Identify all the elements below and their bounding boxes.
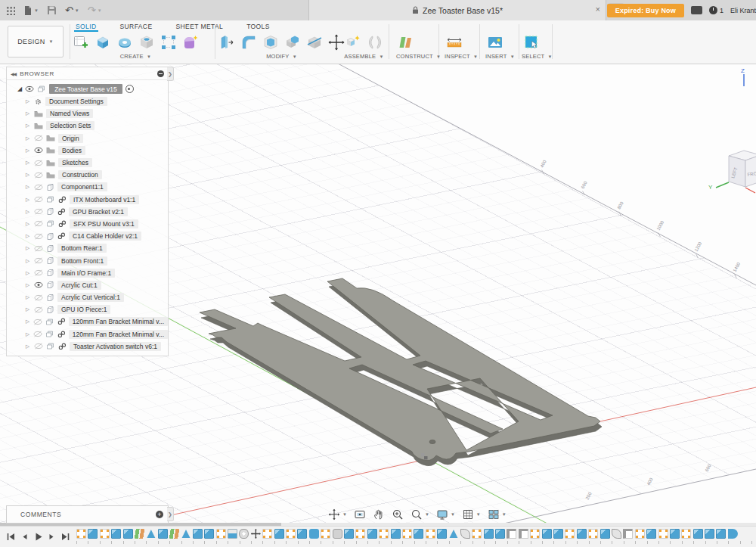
browser-item-acrylic-cut-vertical-1[interactable]: ▷Acrylic Cut Vertical:1 — [7, 291, 168, 303]
timeline-feature-extrude[interactable] — [414, 529, 423, 539]
timeline-feature-plane[interactable] — [169, 529, 179, 539]
collapse-panel-icon[interactable]: ◀◀ — [11, 71, 16, 76]
browser-item-120mm-fan-bracket-minimal-v[interactable]: ▷120mm Fan Bracket Minimal v... — [7, 328, 168, 340]
browser-item-label[interactable]: Selection Sets — [46, 121, 94, 130]
timeline-feature-extrude[interactable] — [123, 529, 133, 539]
user-account-button[interactable]: Eli Krantz — [730, 7, 756, 14]
group-label-select[interactable]: SELECT ▼ — [522, 53, 553, 60]
timeline-feature-loft[interactable] — [146, 529, 156, 539]
browser-item-120mm-fan-bracket-minimal-v[interactable]: ▷120mm Fan Bracket Minimal v... — [7, 315, 168, 328]
browser-item-label[interactable]: Main I/O Frame:1 — [57, 269, 115, 278]
timeline-skip-end-button[interactable] — [60, 531, 70, 545]
timeline-feature-extrude[interactable] — [716, 529, 726, 539]
browser-panel-handle[interactable]: ❯ — [167, 67, 174, 81]
browser-item-label[interactable]: Construction — [58, 170, 102, 179]
browser-options-icon[interactable] — [157, 70, 164, 77]
timeline-feature-sketch[interactable] — [472, 529, 482, 539]
timeline-feature-loft[interactable] — [449, 529, 459, 539]
browser-item-label[interactable]: GPU Bracket v2:1 — [69, 207, 128, 216]
browser-item-bottom-rear-1[interactable]: ▷Bottom Rear:1 — [7, 242, 168, 254]
group-label-create[interactable]: CREATE ▼ — [71, 53, 200, 60]
timeline-feature-form[interactable] — [333, 529, 342, 539]
measure-button[interactable] — [445, 33, 464, 52]
expand-arrow-icon[interactable]: ▷ — [26, 197, 31, 203]
visibility-eye-icon[interactable] — [34, 294, 43, 301]
viewports-button[interactable]: ▼ — [486, 508, 508, 521]
expand-arrow-icon[interactable]: ▷ — [26, 98, 31, 104]
create-sketch-button[interactable] — [71, 33, 91, 52]
expand-arrow-icon[interactable]: ▷ — [26, 160, 31, 166]
timeline-feature-extrude[interactable] — [88, 529, 98, 539]
model-acrylic-cut-body[interactable] — [200, 278, 602, 466]
comments-panel[interactable]: COMMENTS + — [6, 505, 169, 524]
browser-item-component1-1[interactable]: ▷Component1:1 — [7, 181, 168, 193]
close-tab-button[interactable]: × — [596, 5, 600, 14]
timeline-feature-extrude[interactable] — [367, 529, 377, 539]
expand-arrow-icon[interactable]: ▷ — [26, 343, 31, 350]
timeline-feature-extrude[interactable] — [495, 529, 505, 539]
look-at-button[interactable] — [352, 508, 367, 521]
revolve-button[interactable] — [115, 33, 135, 52]
expand-arrow-icon[interactable]: ▷ — [26, 282, 31, 288]
tab-solid[interactable]: SOLID — [74, 21, 98, 32]
timeline-feature-sketch[interactable] — [262, 529, 272, 539]
timeline-feature-extrude[interactable] — [693, 529, 703, 539]
timeline-feature-revolve[interactable] — [728, 529, 738, 539]
visibility-eye-icon[interactable] — [34, 343, 43, 350]
browser-item-label[interactable]: Bottom Rear:1 — [57, 244, 107, 253]
timeline-feature-extrude[interactable] — [204, 529, 214, 539]
expand-arrow-icon[interactable]: ▷ — [26, 319, 30, 325]
timeline-feature-mirror[interactable] — [460, 529, 470, 539]
timeline-feature-sketch[interactable] — [658, 529, 668, 539]
expand-arrow-icon[interactable]: ▷ — [26, 110, 31, 117]
timeline-feature-mirror[interactable] — [612, 529, 621, 539]
visibility-eye-icon[interactable] — [34, 208, 43, 215]
timeline-skip-start-button[interactable] — [6, 531, 16, 545]
visibility-eye-icon[interactable] — [33, 331, 42, 337]
timeline-feature-extrude[interactable] — [553, 529, 563, 539]
browser-item-construction[interactable]: ▷Construction — [7, 169, 168, 181]
timeline-feature-joint[interactable] — [239, 529, 249, 539]
timeline-feature-extrude[interactable] — [484, 529, 494, 539]
expand-arrow-icon[interactable]: ▷ — [26, 148, 31, 154]
press-pull-button[interactable] — [217, 33, 237, 52]
timeline-feature-flag[interactable] — [623, 529, 633, 539]
expand-arrow-icon[interactable]: ◢ — [17, 85, 22, 92]
visibility-eye-icon[interactable] — [34, 306, 43, 313]
browser-item-label[interactable]: SFX PSU Mount v3:1 — [70, 219, 138, 228]
redo-button[interactable]: ↷▼ — [88, 5, 102, 16]
timeline-feature-extrude[interactable] — [705, 529, 714, 539]
timeline-step-back-button[interactable] — [20, 531, 29, 545]
timeline-feature-sketch[interactable] — [355, 529, 365, 539]
combine-button[interactable] — [283, 33, 302, 52]
timeline-play-button[interactable] — [33, 531, 43, 545]
browser-root-item[interactable]: ◢ Zee Toaster Base v15 — [7, 82, 168, 95]
browser-item-label[interactable]: ITX Motherboard v1:1 — [70, 195, 139, 204]
browser-item-origin[interactable]: ▷Origin — [7, 132, 168, 145]
notifications-button[interactable]: 1 — [709, 6, 723, 14]
timeline-feature-sketch[interactable] — [402, 529, 412, 539]
timeline-feature-sketch[interactable] — [100, 529, 110, 539]
visibility-eye-icon[interactable] — [34, 147, 43, 154]
visibility-eye-icon[interactable] — [34, 160, 43, 166]
browser-item-bodies[interactable]: ▷Bodies — [7, 145, 168, 157]
timeline-feature-sketch[interactable] — [216, 529, 226, 539]
browser-item-label[interactable]: Document Settings — [45, 97, 107, 106]
timeline-feature-loft[interactable] — [181, 529, 191, 539]
app-launcher-icon[interactable] — [6, 6, 15, 15]
visibility-eye-icon[interactable] — [34, 281, 43, 288]
browser-item-main-i-o-frame-1[interactable]: ▷Main I/O Frame:1 — [7, 267, 168, 279]
expand-arrow-icon[interactable]: ▷ — [26, 209, 31, 215]
fillet-button[interactable] — [239, 33, 259, 52]
browser-item-label[interactable]: Sketches — [58, 158, 92, 167]
browser-item-label[interactable]: 120mm Fan Bracket Minimal v... — [69, 330, 168, 339]
select-window-button[interactable] — [522, 33, 541, 52]
root-component-label[interactable]: Zee Toaster Base v15 — [49, 84, 122, 94]
timeline-feature-sketch[interactable] — [565, 529, 575, 539]
timeline-feature-extrude[interactable] — [344, 529, 354, 539]
trial-expired-button[interactable]: Expired: Buy Now — [607, 4, 684, 17]
visibility-eye-icon[interactable] — [34, 257, 43, 264]
timeline-feature-extrude[interactable] — [577, 529, 587, 539]
timeline-feature-extrude[interactable] — [670, 529, 680, 539]
create-form-button[interactable] — [181, 33, 200, 52]
